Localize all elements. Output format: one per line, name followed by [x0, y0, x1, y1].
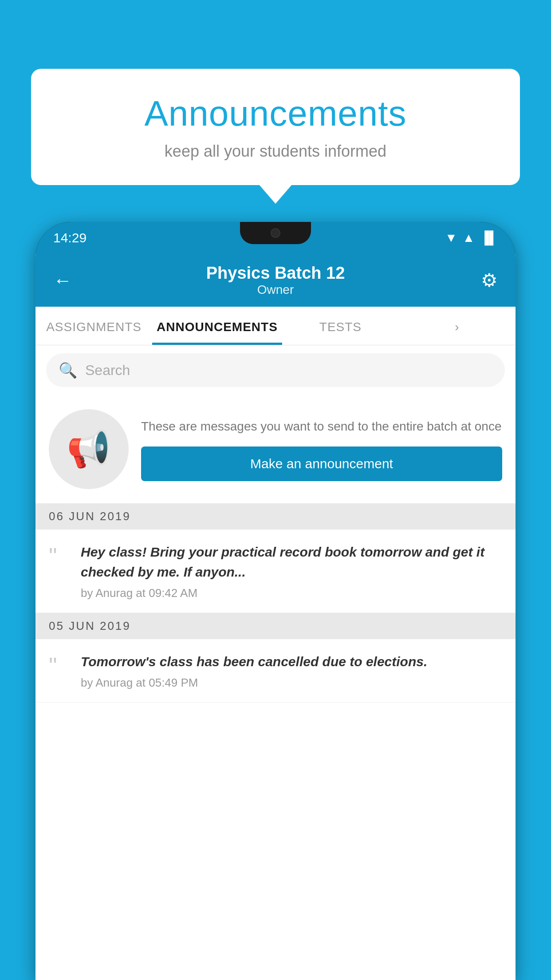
- search-placeholder: Search: [85, 362, 130, 379]
- settings-icon[interactable]: ⚙: [471, 269, 498, 291]
- tab-tests[interactable]: TESTS: [282, 307, 399, 345]
- batch-role: Owner: [80, 283, 471, 297]
- announcement-meta-1: by Anurag at 09:42 AM: [81, 586, 502, 600]
- status-icons: ▼ ▲ ▐▌: [445, 231, 498, 245]
- tab-assignments[interactable]: ASSIGNMENTS: [35, 307, 152, 345]
- announcement-content-1: Hey class! Bring your practical record b…: [81, 542, 502, 600]
- make-announcement-button[interactable]: Make an announcement: [141, 447, 502, 481]
- tab-more[interactable]: ›: [399, 307, 516, 345]
- quote-icon-2: ": [49, 654, 71, 677]
- search-container: 🔍 Search: [35, 345, 516, 395]
- speech-bubble-section: Announcements keep all your students inf…: [31, 69, 520, 185]
- announcement-text-1: Hey class! Bring your practical record b…: [81, 542, 502, 582]
- speech-bubble-card: Announcements keep all your students inf…: [31, 69, 520, 185]
- tab-announcements[interactable]: ANNOUNCEMENTS: [152, 307, 282, 345]
- status-time: 14:29: [53, 230, 87, 245]
- promo-icon-circle: 📢: [49, 409, 129, 489]
- battery-icon: ▐▌: [480, 231, 498, 245]
- back-button[interactable]: ←: [53, 270, 80, 291]
- megaphone-icon: 📢: [67, 428, 111, 470]
- promo-description: These are messages you want to send to t…: [141, 417, 502, 436]
- announcements-subtitle: keep all your students informed: [58, 142, 493, 161]
- announcement-content-2: Tomorrow's class has been cancelled due …: [81, 652, 502, 690]
- promo-card: 📢 These are messages you want to send to…: [35, 395, 516, 503]
- app-header: ← Physics Batch 12 Owner ⚙: [35, 254, 516, 307]
- batch-title: Physics Batch 12: [80, 264, 471, 283]
- date-separator-2: 05 JUN 2019: [35, 613, 516, 639]
- notch: [240, 222, 311, 244]
- header-center: Physics Batch 12 Owner: [80, 264, 471, 297]
- announcement-text-2: Tomorrow's class has been cancelled due …: [81, 652, 502, 672]
- search-icon: 🔍: [59, 361, 77, 379]
- announcement-item-1[interactable]: " Hey class! Bring your practical record…: [35, 530, 516, 613]
- wifi-icon: ▼: [445, 231, 457, 245]
- phone-frame: 14:29 ▼ ▲ ▐▌ ← Physics Batch 12 Owner ⚙ …: [35, 222, 516, 980]
- signal-icon: ▲: [463, 231, 475, 245]
- status-bar: 14:29 ▼ ▲ ▐▌: [35, 222, 516, 254]
- search-bar[interactable]: 🔍 Search: [46, 353, 505, 387]
- announcement-meta-2: by Anurag at 05:49 PM: [81, 676, 502, 690]
- phone-inner: ← Physics Batch 12 Owner ⚙ ASSIGNMENTS A…: [35, 254, 516, 980]
- camera-notch: [271, 228, 280, 238]
- date-separator-1: 06 JUN 2019: [35, 503, 516, 530]
- tabs-bar: ASSIGNMENTS ANNOUNCEMENTS TESTS ›: [35, 307, 516, 345]
- announcement-item-2[interactable]: " Tomorrow's class has been cancelled du…: [35, 639, 516, 703]
- quote-icon-1: ": [49, 545, 71, 568]
- announcements-title: Announcements: [58, 93, 493, 134]
- promo-right: These are messages you want to send to t…: [141, 417, 502, 481]
